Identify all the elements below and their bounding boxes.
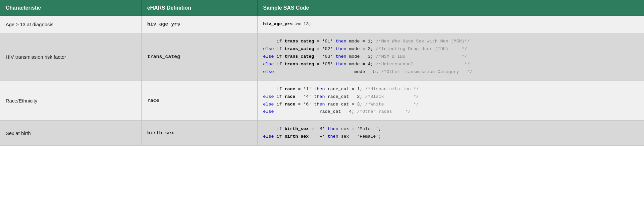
header-characteristic: Characteristic [0, 0, 142, 16]
cell-characteristic: Age ≥ 13 at diagnosis [0, 16, 142, 33]
cell-sas-code: hiv_age_yrs >= 13; [258, 16, 644, 33]
table-row: Race/Ethnicityrace if race = '1' then ra… [0, 81, 644, 121]
header-ehars: eHARS Definition [142, 0, 258, 16]
cell-characteristic: HIV transmission risk factor [0, 33, 142, 81]
cell-ehars: trans_categ [142, 33, 258, 81]
cell-sas-code: if trans_categ = '01' then mode = 1; /*M… [258, 33, 644, 81]
table-row: HIV transmission risk factortrans_categ … [0, 33, 644, 81]
cell-ehars: hiv_age_yrs [142, 16, 258, 33]
cell-characteristic: Race/Ethnicity [0, 81, 142, 121]
cell-ehars: race [142, 81, 258, 121]
cell-sas-code: if race = '1' then race_cat = 1; /*Hispa… [258, 81, 644, 121]
table-row: Sex at birthbirth_sex if birth_sex = 'M'… [0, 121, 644, 146]
cell-characteristic: Sex at birth [0, 121, 142, 146]
cell-ehars: birth_sex [142, 121, 258, 146]
table-row: Age ≥ 13 at diagnosishiv_age_yrshiv_age_… [0, 16, 644, 33]
cell-sas-code: if birth_sex = 'M' then sex = 'Male '; e… [258, 121, 644, 146]
header-sas: Sample SAS Code [258, 0, 644, 16]
